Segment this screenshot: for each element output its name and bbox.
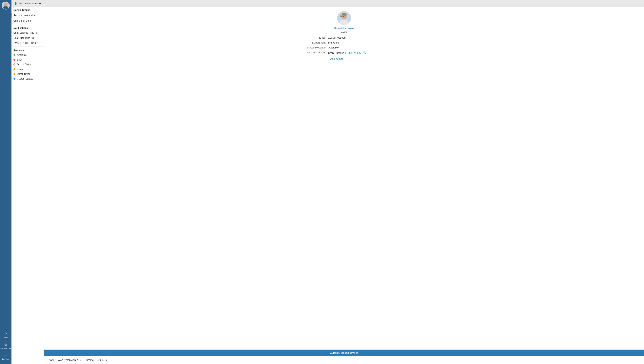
menu-item-personal-information[interactable]: Personal Information (12, 13, 44, 18)
logout-button[interactable]: ↩ Log Out (0, 352, 12, 362)
presence-custom[interactable]: Custom status... (12, 76, 44, 81)
add-number-button[interactable]: + Add number (328, 56, 344, 61)
svg-point-7 (342, 13, 347, 16)
profile-name: Ronald Krause (334, 26, 354, 30)
notification-sms[interactable]: SMS: +17089070414 (1) (12, 40, 44, 46)
menu-item-online-self-care[interactable]: Online Self Care (12, 18, 44, 23)
spacer (44, 64, 644, 350)
presence-busy[interactable]: Busy (12, 57, 44, 62)
bottom-actions: ? Help ⚙ Preferences ↩ Log Out (0, 330, 12, 362)
profile-extension: 1000 (341, 30, 347, 33)
svg-point-2 (4, 3, 7, 6)
add-number-row: + Add number (294, 56, 394, 62)
presence-available[interactable]: Available (12, 52, 44, 57)
away-dot (14, 68, 16, 70)
left-panel: Ronald Krause Personal Information Onlin… (12, 7, 44, 364)
status-value: Available (328, 46, 394, 49)
top-header: 👤 Personal Information (12, 0, 644, 7)
department-row: Department: Marketing (294, 40, 394, 45)
main-content: Ronald Krause 1000 Email: 1000@test.com … (44, 7, 644, 364)
device-name: Web ( Web App 7.2.0 - Chrome 124.0.0.0 ) (58, 358, 107, 362)
header-title: Personal Information (19, 2, 42, 5)
profile-avatar (337, 11, 351, 25)
presence-lunch[interactable]: Lunch Break (12, 72, 44, 76)
email-label: Email: (294, 36, 326, 39)
status-label: Status Message: (294, 46, 326, 49)
away-label: Away (17, 68, 23, 70)
presence-away[interactable]: Away (12, 67, 44, 72)
busy-dot (14, 59, 16, 61)
phone-value: SMS Number +18644744563 ⓘ (328, 51, 394, 54)
user-name: Ronald Krause (12, 7, 44, 13)
help-button[interactable]: ? Help (0, 330, 12, 340)
svg-rect-11 (341, 16, 341, 17)
dnd-label: Do not Disturb (17, 63, 32, 66)
notifications-header: Notifications (12, 25, 44, 30)
presence-header: Presence (12, 48, 44, 52)
gear-icon: ⚙ (4, 343, 7, 347)
lunch-label: Lunch Break (17, 72, 30, 75)
sidebar-icons: ? Help ⚙ Preferences ↩ Log Out (0, 0, 12, 364)
status-row: Status Message: Available (294, 45, 394, 50)
phone-row-inner: SMS Number +18644744563 ⓘ (328, 51, 394, 54)
dnd-dot (14, 64, 16, 66)
profile-section: Ronald Krause 1000 Email: 1000@test.com … (44, 7, 644, 64)
content-area: Ronald Krause Personal Information Onlin… (12, 7, 644, 364)
custom-dot (14, 78, 16, 80)
custom-label: Custom status... (17, 77, 34, 80)
presence-dnd[interactable]: Do not Disturb (12, 62, 44, 67)
notification-chat-johnnie[interactable]: Chat: Johnnie Riley (5) (12, 30, 44, 36)
available-label: Available (17, 54, 27, 56)
department-label: Department: (294, 41, 326, 44)
info-table: Email: 1000@test.com Department: Marketi… (294, 35, 394, 62)
department-value: Marketing (328, 41, 394, 44)
devices-header: Currently logged devices (44, 350, 644, 356)
logout-icon: ↩ (4, 354, 7, 358)
email-row: Email: 1000@test.com (294, 35, 394, 40)
device-item: www Web ( Web App 7.2.0 - Chrome 124.0.0… (44, 356, 644, 364)
preferences-button[interactable]: ⚙ Preferences (0, 341, 12, 351)
main-wrapper: 👤 Personal Information Ronald Krause Per… (12, 0, 644, 364)
lunch-dot (14, 73, 16, 75)
person-icon: 👤 (14, 2, 17, 5)
phone-type: SMS Number (328, 52, 344, 54)
phone-check-icon[interactable]: ⓘ (363, 51, 366, 54)
divider-2 (12, 46, 44, 47)
available-dot (14, 54, 16, 56)
avatar[interactable] (2, 2, 10, 10)
devices-section: Currently logged devices www Web ( Web A… (44, 350, 644, 364)
busy-label: Busy (17, 58, 22, 61)
email-value: 1000@test.com (328, 36, 394, 39)
device-icon: www (48, 358, 56, 362)
phone-row: Phone numbers: SMS Number +18644744563 ⓘ (294, 50, 394, 56)
notification-chat-marketing[interactable]: Chat: Marketing (1) (12, 36, 44, 40)
help-icon: ? (5, 332, 7, 336)
phone-label: Phone numbers: (294, 51, 326, 54)
svg-point-3 (3, 6, 8, 9)
phone-number[interactable]: +18644744563 (345, 52, 362, 54)
